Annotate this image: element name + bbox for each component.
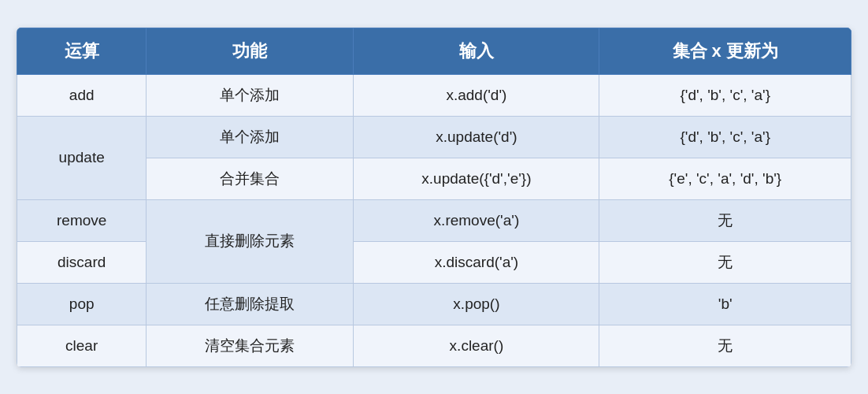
cell-function: 任意删除提取 [147,283,354,325]
cell-result: 无 [599,199,851,241]
cell-result: 'b' [599,283,851,325]
cell-operation: pop [17,283,147,325]
cell-input: x.update({'d','e'}) [354,158,599,199]
cell-function: 直接删除元素 [147,199,354,283]
table-row: add 单个添加 x.add('d') {'d', 'b', 'c', 'a'} [17,74,851,116]
cell-result: {'d', 'b', 'c', 'a'} [599,116,851,158]
cell-result: {'e', 'c', 'a', 'd', 'b'} [599,158,851,199]
cell-input: x.remove('a') [354,199,599,241]
cell-input: x.pop() [354,283,599,325]
table-row: discard x.discard('a') 无 [17,241,851,283]
operations-table: 运算 功能 输入 集合 x 更新为 add 单个添加 x.add('d') {'… [17,28,851,367]
cell-operation: update [17,116,147,199]
main-table-wrapper: 运算 功能 输入 集合 x 更新为 add 单个添加 x.add('d') {'… [17,28,851,367]
cell-operation: discard [17,241,147,283]
cell-input: x.discard('a') [354,241,599,283]
cell-input: x.clear() [354,325,599,366]
cell-function: 清空集合元素 [147,325,354,366]
cell-function: 单个添加 [147,74,354,116]
table-row: remove 直接删除元素 x.remove('a') 无 [17,199,851,241]
table-row: clear 清空集合元素 x.clear() 无 [17,325,851,366]
table-row: pop 任意删除提取 x.pop() 'b' [17,283,851,325]
header-result: 集合 x 更新为 [599,28,851,74]
cell-function: 合并集合 [147,158,354,199]
table-row: update 单个添加 x.update('d') {'d', 'b', 'c'… [17,116,851,158]
cell-input: x.update('d') [354,116,599,158]
cell-function: 单个添加 [147,116,354,158]
header-function: 功能 [147,28,354,74]
header-input: 输入 [354,28,599,74]
table-header-row: 运算 功能 输入 集合 x 更新为 [17,28,851,74]
cell-result: 无 [599,241,851,283]
cell-operation: clear [17,325,147,366]
cell-result: 无 [599,325,851,366]
cell-result: {'d', 'b', 'c', 'a'} [599,74,851,116]
header-operation: 运算 [17,28,147,74]
cell-input: x.add('d') [354,74,599,116]
cell-operation: add [17,74,147,116]
cell-operation: remove [17,199,147,241]
